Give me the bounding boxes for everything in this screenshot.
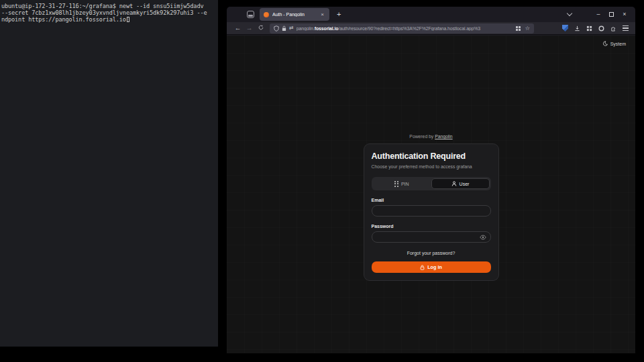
email-label: Email: [372, 198, 491, 202]
terminal-window[interactable]: ubuntu@ip-172-31-27-116:~/grafana$ newt …: [0, 0, 218, 347]
minimize-button[interactable]: –: [594, 11, 602, 17]
firefox-view-icon[interactable]: [247, 11, 254, 18]
pin-keypad-icon: [394, 181, 398, 187]
auth-method-tabs: PIN User: [372, 177, 491, 190]
close-window-button[interactable]: ×: [621, 11, 629, 17]
downloads-icon[interactable]: [574, 25, 580, 32]
reload-icon: [258, 25, 264, 30]
back-button[interactable]: ←: [232, 25, 244, 32]
user-icon: [451, 181, 457, 186]
card-title: Authentication Required: [372, 152, 491, 161]
new-tab-button[interactable]: +: [337, 11, 341, 18]
powered-by-text: Powered by: [409, 134, 433, 139]
extensions-grid-icon[interactable]: [586, 25, 592, 32]
page-actions-grid-icon[interactable]: [516, 26, 521, 31]
bookmark-star-icon[interactable]: ☆: [525, 25, 530, 32]
password-label: Password: [372, 224, 491, 229]
tab-list-chevron-down-icon[interactable]: [567, 11, 572, 16]
terminal-line-text: ndpoint https://pangolin.fossorial.io: [1, 16, 126, 23]
page-content: System Powered by Pangolin Authenticatio…: [227, 36, 635, 353]
url-path: /auth/resource/90?redirect=https%3A%2F%2…: [338, 26, 480, 31]
url-domain: fossorial.io: [315, 26, 339, 31]
tab-user-label: User: [460, 182, 470, 186]
password-input[interactable]: [376, 235, 480, 239]
card-subtitle: Choose your preferred method to access g…: [372, 164, 491, 169]
forward-button[interactable]: →: [244, 25, 255, 32]
tab-user[interactable]: User: [431, 178, 490, 189]
toolbar-extension-icons: [534, 25, 629, 32]
lock-icon[interactable]: [282, 25, 286, 32]
tab-close-icon[interactable]: ×: [319, 11, 325, 18]
powered-by: Powered by Pangolin: [364, 134, 499, 139]
email-input[interactable]: [376, 208, 486, 213]
puzzle-extensions-icon[interactable]: [610, 25, 616, 32]
terminal-cursor: [127, 17, 130, 22]
window-controls: – ×: [594, 11, 629, 17]
pangolin-favicon-icon: [264, 12, 269, 17]
browser-window: Auth - Pangolin × + – × ← →: [227, 7, 635, 353]
login-button-label: Log in: [427, 264, 442, 270]
tab-title: Auth - Pangolin: [272, 12, 319, 17]
tab-auth-pangolin[interactable]: Auth - Pangolin ×: [260, 8, 329, 21]
forgot-password-link[interactable]: Forgot your password?: [372, 251, 491, 255]
show-password-eye-icon[interactable]: [480, 235, 486, 240]
pangolin-link[interactable]: Pangolin: [435, 134, 452, 139]
theme-toggle[interactable]: System: [602, 41, 626, 46]
terminal-line: ubuntu@ip-172-31-27-116:~/grafana$ newt …: [1, 3, 217, 9]
moon-theme-icon: [602, 41, 608, 46]
url-subdomain: pangolin.: [297, 26, 315, 31]
url-text[interactable]: pangolin.fossorial.io/auth/resource/90?r…: [297, 26, 514, 31]
terminal-line: ndpoint https://pangolin.fossorial.io: [1, 16, 217, 23]
login-lock-icon: [420, 265, 425, 270]
urlbar-actions: ☆: [516, 25, 530, 32]
maximize-button[interactable]: [609, 12, 614, 17]
ring-extension-icon[interactable]: [598, 25, 604, 32]
email-field-wrap: [372, 205, 491, 217]
tab-bar: Auth - Pangolin × + – ×: [227, 7, 635, 22]
auth-column: Powered by Pangolin Authentication Requi…: [364, 134, 499, 281]
url-bar[interactable]: ⇄ pangolin.fossorial.io/auth/resource/90…: [270, 23, 534, 34]
tracking-protection-shield-icon[interactable]: [274, 25, 279, 32]
nav-toolbar: ← → ⇄ pangolin.fossorial.io/auth/resourc…: [227, 22, 635, 35]
password-field-wrap: [372, 231, 491, 243]
theme-label: System: [610, 42, 626, 46]
tab-pin-label: PIN: [401, 182, 409, 186]
menu-hamburger-icon[interactable]: [623, 25, 629, 31]
reload-button[interactable]: [255, 25, 266, 32]
login-button[interactable]: Log in: [372, 261, 491, 273]
auth-card: Authentication Required Choose your pref…: [364, 143, 499, 281]
tab-pin[interactable]: PIN: [373, 178, 431, 189]
terminal-line: --secret 7cbz1xw08lh1jbzey03yxvndljvneam…: [1, 9, 217, 16]
desktop: ubuntu@ip-172-31-27-116:~/grafana$ newt …: [0, 0, 644, 362]
ublock-shield-icon[interactable]: [562, 25, 568, 32]
redirect-arrows-icon[interactable]: ⇄: [289, 25, 294, 31]
